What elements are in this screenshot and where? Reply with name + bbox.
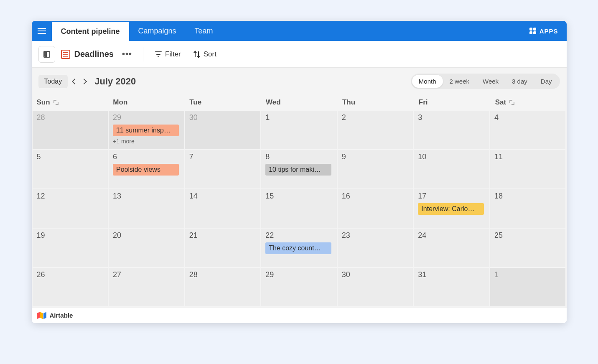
expand-icon[interactable] [509, 100, 514, 105]
day-number: 14 [189, 192, 258, 201]
weekday-sat: Sat [490, 98, 567, 107]
day-number: 20 [113, 231, 182, 240]
day-number: 25 [494, 231, 563, 240]
weekday-tue: Tue [184, 98, 261, 107]
day-number: 1 [265, 113, 334, 122]
weekday-mon: Mon [108, 98, 184, 107]
range-day[interactable]: Day [534, 75, 559, 88]
divider [143, 47, 143, 61]
day-number: 29 [113, 113, 182, 122]
more-events[interactable]: +1 more [113, 138, 182, 145]
weekday-fri: Fri [414, 98, 490, 107]
next-month-button[interactable] [81, 78, 87, 84]
calendar-cell[interactable]: 810 tips for maki… [261, 150, 337, 188]
range-switch: Month 2 week Week 3 day Day [411, 74, 560, 89]
calendar-cell[interactable]: 1 [490, 268, 566, 306]
day-number: 9 [342, 153, 411, 161]
weekday-sun: Sun [32, 98, 108, 107]
calendar-cell[interactable]: 15 [261, 189, 337, 228]
tab-campaigns[interactable]: Campaigns [129, 21, 186, 41]
calendar-icon [61, 50, 70, 59]
calendar-cell[interactable]: 28 [33, 111, 108, 149]
calendar-cell[interactable]: 7 [185, 150, 261, 188]
calendar-cell[interactable]: 3 [414, 111, 489, 149]
tab-content-pipeline[interactable]: Content pipeline [52, 22, 129, 41]
table-tabs: Content pipeline Campaigns Team [52, 21, 222, 41]
calendar-cell[interactable]: 21 [185, 229, 261, 267]
calendar-cell[interactable]: 23 [338, 229, 413, 267]
calendar-cell[interactable]: 14 [185, 189, 261, 228]
day-number: 17 [418, 192, 487, 201]
calendar-cell[interactable]: 30 [338, 268, 413, 306]
calendar-grid: 282911 summer insp…+1 more30123456Poolsi… [32, 111, 567, 307]
hamburger-icon [38, 31, 46, 31]
calendar-event[interactable]: Interview: Carlo… [418, 203, 484, 215]
calendar-cell[interactable]: 9 [338, 150, 413, 188]
day-number: 31 [418, 270, 487, 279]
footer-brand: Airtable [50, 312, 73, 319]
range-3day[interactable]: 3 day [505, 75, 534, 88]
calendar-cell[interactable]: 5 [33, 150, 108, 188]
calendar-cell[interactable]: 31 [414, 268, 489, 306]
calendar-cell[interactable]: 26 [33, 268, 108, 306]
calendar-cell[interactable]: 17Interview: Carlo… [414, 189, 489, 228]
filter-button[interactable]: Filter [152, 48, 184, 61]
sort-label: Sort [204, 50, 216, 59]
calendar-cell[interactable]: 13 [109, 189, 184, 228]
calendar-cell[interactable]: 29 [261, 268, 337, 306]
today-button[interactable]: Today [38, 75, 68, 88]
weekday-wed: Wed [261, 98, 337, 107]
calendar-cell[interactable]: 25 [490, 229, 566, 267]
day-number: 8 [265, 153, 334, 161]
calendar-cell[interactable]: 22The cozy count… [261, 229, 337, 267]
calendar-event[interactable]: 11 summer insp… [113, 125, 179, 136]
view-more-button[interactable]: ••• [120, 49, 135, 59]
day-number: 30 [189, 113, 258, 122]
calendar-nav: Today July 2020 Month 2 week Week 3 day … [32, 68, 567, 95]
calendar-cell[interactable]: 24 [414, 229, 489, 267]
calendar-cell[interactable]: 2911 summer insp…+1 more [109, 111, 184, 149]
day-number: 21 [189, 231, 258, 240]
menu-button[interactable] [32, 21, 52, 41]
tab-team[interactable]: Team [186, 21, 222, 41]
calendar-cell[interactable]: 10 [414, 150, 489, 188]
app-window: Content pipeline Campaigns Team APPS Dea… [32, 21, 567, 323]
calendar-cell[interactable]: 12 [33, 189, 108, 228]
weekday-thu: Thu [337, 98, 414, 107]
calendar-event[interactable]: 10 tips for maki… [265, 164, 331, 176]
calendar-cell[interactable]: 27 [109, 268, 184, 306]
day-number: 12 [37, 192, 106, 201]
range-month[interactable]: Month [412, 75, 443, 88]
day-number: 7 [189, 153, 258, 161]
calendar-cell[interactable]: 18 [490, 189, 566, 228]
day-number: 27 [113, 270, 182, 279]
day-number: 28 [189, 270, 258, 279]
calendar-cell[interactable]: 16 [338, 189, 413, 228]
range-2week[interactable]: 2 week [443, 75, 476, 88]
side-panel-toggle[interactable] [38, 46, 55, 63]
sort-button[interactable]: Sort [190, 48, 220, 61]
calendar-cell[interactable]: 19 [33, 229, 108, 267]
expand-icon[interactable] [53, 100, 59, 105]
apps-icon [529, 28, 536, 34]
day-number: 28 [37, 113, 106, 122]
view-title[interactable]: Deadlines [61, 49, 114, 59]
day-number: 11 [494, 153, 563, 161]
calendar-cell[interactable]: 28 [185, 268, 261, 306]
calendar-cell[interactable]: 11 [490, 150, 566, 188]
calendar-cell[interactable]: 1 [261, 111, 337, 149]
calendar-cell[interactable]: 4 [490, 111, 566, 149]
calendar-cell[interactable]: 20 [109, 229, 184, 267]
day-number: 24 [418, 231, 487, 240]
apps-button[interactable]: APPS [521, 21, 567, 41]
calendar-event[interactable]: Poolside views [113, 164, 179, 176]
calendar-cell[interactable]: 30 [185, 111, 261, 149]
calendar-cell[interactable]: 2 [338, 111, 413, 149]
day-number: 23 [342, 231, 411, 240]
calendar-cell[interactable]: 6Poolside views [109, 150, 184, 188]
calendar-event[interactable]: The cozy count… [265, 242, 331, 254]
range-week[interactable]: Week [476, 75, 505, 88]
airtable-logo-icon [37, 313, 46, 318]
apps-label: APPS [539, 28, 558, 35]
prev-month-button[interactable] [72, 78, 78, 84]
